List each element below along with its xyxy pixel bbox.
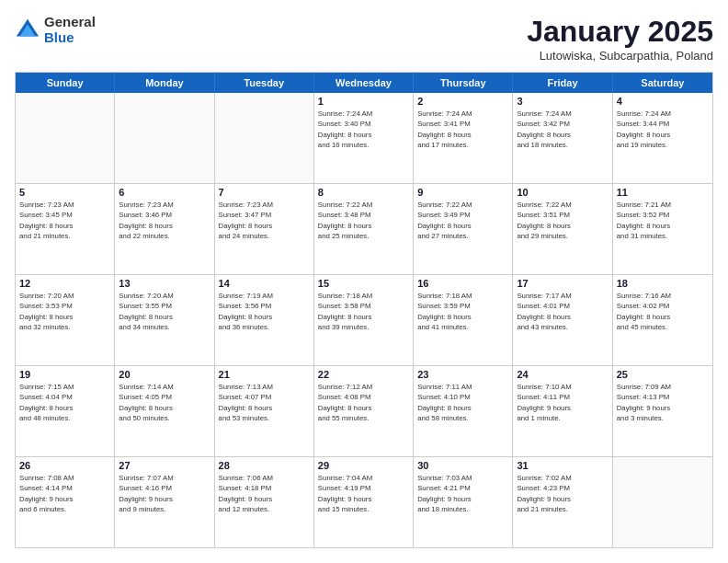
cell-info: Sunrise: 7:24 AM Sunset: 3:40 PM Dayligh… (318, 109, 409, 150)
day-number: 20 (119, 369, 210, 380)
calendar-cell: 8Sunrise: 7:22 AM Sunset: 3:48 PM Daylig… (314, 184, 414, 274)
calendar-cell: 9Sunrise: 7:22 AM Sunset: 3:49 PM Daylig… (414, 184, 513, 274)
day-number: 7 (219, 187, 310, 198)
day-number: 19 (19, 369, 110, 380)
day-number: 27 (119, 460, 210, 471)
cell-info: Sunrise: 7:23 AM Sunset: 3:46 PM Dayligh… (119, 200, 210, 241)
cell-info: Sunrise: 7:19 AM Sunset: 3:56 PM Dayligh… (219, 291, 310, 332)
day-number: 15 (318, 278, 409, 289)
page: General Blue January 2025 Lutowiska, Sub… (0, 0, 728, 563)
day-number: 23 (417, 369, 508, 380)
day-number: 1 (318, 96, 409, 107)
day-number: 6 (119, 187, 210, 198)
cell-info: Sunrise: 7:06 AM Sunset: 4:18 PM Dayligh… (219, 473, 310, 514)
calendar-row: 5Sunrise: 7:23 AM Sunset: 3:45 PM Daylig… (16, 183, 712, 274)
calendar-header-cell: Saturday (613, 73, 712, 93)
calendar-cell: 15Sunrise: 7:18 AM Sunset: 3:58 PM Dayli… (314, 275, 414, 365)
cell-info: Sunrise: 7:13 AM Sunset: 4:07 PM Dayligh… (219, 382, 310, 423)
day-number: 22 (318, 369, 409, 380)
calendar-cell: 19Sunrise: 7:15 AM Sunset: 4:04 PM Dayli… (16, 366, 115, 456)
day-number: 3 (517, 96, 608, 107)
cell-info: Sunrise: 7:23 AM Sunset: 3:45 PM Dayligh… (19, 200, 110, 241)
cell-info: Sunrise: 7:20 AM Sunset: 3:55 PM Dayligh… (119, 291, 210, 332)
day-number: 14 (219, 278, 310, 289)
calendar-header: SundayMondayTuesdayWednesdayThursdayFrid… (16, 73, 712, 93)
calendar-cell: 30Sunrise: 7:03 AM Sunset: 4:21 PM Dayli… (414, 457, 513, 547)
calendar-cell: 29Sunrise: 7:04 AM Sunset: 4:19 PM Dayli… (314, 457, 414, 547)
day-number: 18 (617, 278, 709, 289)
calendar-cell: 22Sunrise: 7:12 AM Sunset: 4:08 PM Dayli… (314, 366, 414, 456)
calendar-cell (613, 457, 712, 547)
cell-info: Sunrise: 7:21 AM Sunset: 3:52 PM Dayligh… (617, 200, 709, 241)
day-number: 21 (219, 369, 310, 380)
day-number: 25 (617, 369, 709, 380)
calendar-cell: 14Sunrise: 7:19 AM Sunset: 3:56 PM Dayli… (215, 275, 314, 365)
month-title: January 2025 (527, 15, 713, 49)
cell-info: Sunrise: 7:24 AM Sunset: 3:42 PM Dayligh… (517, 109, 608, 150)
cell-info: Sunrise: 7:12 AM Sunset: 4:08 PM Dayligh… (318, 382, 409, 423)
calendar: SundayMondayTuesdayWednesdayThursdayFrid… (15, 72, 713, 548)
calendar-cell: 4Sunrise: 7:24 AM Sunset: 3:44 PM Daylig… (613, 93, 712, 183)
calendar-cell: 24Sunrise: 7:10 AM Sunset: 4:11 PM Dayli… (513, 366, 612, 456)
cell-info: Sunrise: 7:03 AM Sunset: 4:21 PM Dayligh… (417, 473, 508, 514)
calendar-header-cell: Monday (115, 73, 214, 93)
day-number: 2 (417, 96, 508, 107)
day-number: 17 (517, 278, 608, 289)
calendar-cell: 3Sunrise: 7:24 AM Sunset: 3:42 PM Daylig… (513, 93, 612, 183)
calendar-header-cell: Tuesday (215, 73, 314, 93)
calendar-cell: 6Sunrise: 7:23 AM Sunset: 3:46 PM Daylig… (115, 184, 214, 274)
calendar-cell: 21Sunrise: 7:13 AM Sunset: 4:07 PM Dayli… (215, 366, 314, 456)
calendar-cell: 20Sunrise: 7:14 AM Sunset: 4:05 PM Dayli… (115, 366, 214, 456)
cell-info: Sunrise: 7:24 AM Sunset: 3:44 PM Dayligh… (617, 109, 709, 150)
location: Lutowiska, Subcarpathia, Poland (527, 49, 713, 63)
day-number: 24 (517, 369, 608, 380)
calendar-row: 12Sunrise: 7:20 AM Sunset: 3:53 PM Dayli… (16, 274, 712, 365)
calendar-cell: 28Sunrise: 7:06 AM Sunset: 4:18 PM Dayli… (215, 457, 314, 547)
cell-info: Sunrise: 7:23 AM Sunset: 3:47 PM Dayligh… (219, 200, 310, 241)
day-number: 31 (517, 460, 608, 471)
calendar-cell: 2Sunrise: 7:24 AM Sunset: 3:41 PM Daylig… (414, 93, 513, 183)
calendar-cell: 1Sunrise: 7:24 AM Sunset: 3:40 PM Daylig… (314, 93, 414, 183)
calendar-row: 1Sunrise: 7:24 AM Sunset: 3:40 PM Daylig… (16, 93, 712, 183)
logo-general: General (44, 15, 96, 30)
logo: General Blue (15, 15, 96, 45)
cell-info: Sunrise: 7:22 AM Sunset: 3:49 PM Dayligh… (417, 200, 508, 241)
calendar-cell: 5Sunrise: 7:23 AM Sunset: 3:45 PM Daylig… (16, 184, 115, 274)
calendar-cell: 10Sunrise: 7:22 AM Sunset: 3:51 PM Dayli… (513, 184, 612, 274)
cell-info: Sunrise: 7:24 AM Sunset: 3:41 PM Dayligh… (417, 109, 508, 150)
cell-info: Sunrise: 7:18 AM Sunset: 3:58 PM Dayligh… (318, 291, 409, 332)
day-number: 8 (318, 187, 409, 198)
calendar-cell: 12Sunrise: 7:20 AM Sunset: 3:53 PM Dayli… (16, 275, 115, 365)
cell-info: Sunrise: 7:17 AM Sunset: 4:01 PM Dayligh… (517, 291, 608, 332)
cell-info: Sunrise: 7:04 AM Sunset: 4:19 PM Dayligh… (318, 473, 409, 514)
cell-info: Sunrise: 7:14 AM Sunset: 4:05 PM Dayligh… (119, 382, 210, 423)
cell-info: Sunrise: 7:11 AM Sunset: 4:10 PM Dayligh… (417, 382, 508, 423)
calendar-cell: 16Sunrise: 7:18 AM Sunset: 3:59 PM Dayli… (414, 275, 513, 365)
day-number: 16 (417, 278, 508, 289)
day-number: 11 (617, 187, 709, 198)
cell-info: Sunrise: 7:20 AM Sunset: 3:53 PM Dayligh… (19, 291, 110, 332)
logo-blue: Blue (44, 30, 96, 46)
calendar-cell: 11Sunrise: 7:21 AM Sunset: 3:52 PM Dayli… (613, 184, 712, 274)
day-number: 26 (19, 460, 110, 471)
cell-info: Sunrise: 7:09 AM Sunset: 4:13 PM Dayligh… (617, 382, 709, 423)
day-number: 28 (219, 460, 310, 471)
cell-info: Sunrise: 7:18 AM Sunset: 3:59 PM Dayligh… (417, 291, 508, 332)
calendar-cell (115, 93, 214, 183)
calendar-cell (16, 93, 115, 183)
cell-info: Sunrise: 7:15 AM Sunset: 4:04 PM Dayligh… (19, 382, 110, 423)
calendar-header-cell: Friday (513, 73, 612, 93)
cell-info: Sunrise: 7:22 AM Sunset: 3:51 PM Dayligh… (517, 200, 608, 241)
calendar-header-cell: Sunday (16, 73, 115, 93)
calendar-row: 26Sunrise: 7:08 AM Sunset: 4:14 PM Dayli… (16, 456, 712, 547)
calendar-cell: 18Sunrise: 7:16 AM Sunset: 4:02 PM Dayli… (613, 275, 712, 365)
logo-text: General Blue (44, 15, 96, 45)
title-block: January 2025 Lutowiska, Subcarpathia, Po… (527, 15, 713, 63)
calendar-header-cell: Thursday (414, 73, 513, 93)
day-number: 29 (318, 460, 409, 471)
cell-info: Sunrise: 7:08 AM Sunset: 4:14 PM Dayligh… (19, 473, 110, 514)
day-number: 12 (19, 278, 110, 289)
calendar-cell (215, 93, 314, 183)
cell-info: Sunrise: 7:07 AM Sunset: 4:16 PM Dayligh… (119, 473, 210, 514)
header: General Blue January 2025 Lutowiska, Sub… (15, 15, 713, 63)
